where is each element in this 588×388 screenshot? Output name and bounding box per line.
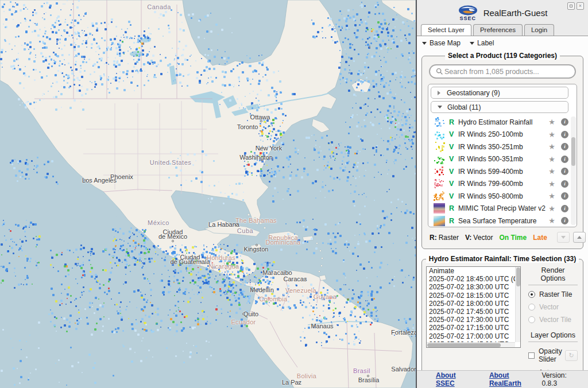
product-row[interactable]: VIR Winds 950-800mb★i <box>430 190 570 203</box>
product-row[interactable]: RHydro Estimator Rainfall★i <box>430 116 570 129</box>
product-thumbnail <box>434 203 445 214</box>
star-icon[interactable]: ★ <box>548 192 555 200</box>
layer-options-title: Layer Options <box>528 331 578 342</box>
product-search <box>429 64 576 79</box>
star-icon[interactable]: ★ <box>548 130 555 139</box>
product-type-letter: V <box>449 130 458 138</box>
map-label: Ottawa <box>250 114 270 121</box>
close-icon[interactable]: × <box>577 2 584 10</box>
city-dot <box>260 120 262 122</box>
time-item[interactable]: 2025-07-02 18:45:00 UTC (Current) <box>427 275 520 283</box>
scrollbar-thumb[interactable] <box>427 343 501 347</box>
late-key: Late <box>533 234 547 242</box>
checkbox-opacity-slider[interactable] <box>528 352 535 359</box>
radio-raster-tile[interactable] <box>528 291 535 298</box>
info-icon[interactable]: i <box>561 217 568 224</box>
info-icon[interactable]: i <box>561 143 568 150</box>
star-icon[interactable]: ★ <box>548 118 555 126</box>
product-legend-row: R:Raster V:Vector On Time Late ↻ <box>427 227 578 246</box>
label-label: Label <box>477 39 494 47</box>
city-dot <box>252 289 254 291</box>
info-icon[interactable]: i <box>561 156 568 163</box>
star-icon[interactable]: ★ <box>548 142 555 151</box>
base-map-dropdown[interactable]: Base Map <box>422 39 461 47</box>
product-name: IR Winds 250-100mb <box>458 130 546 138</box>
map-label: Cuba <box>237 227 253 234</box>
category-row-0[interactable]: Geostationary (9) <box>431 87 568 99</box>
info-icon[interactable]: i <box>561 192 568 200</box>
base-map-label: Base Map <box>430 39 461 47</box>
product-row[interactable]: VIR Winds 799-600mb★i <box>430 178 570 191</box>
info-icon[interactable]: i <box>561 180 568 188</box>
product-type-letter: R <box>449 118 458 126</box>
time-item[interactable]: 2025-07-02 17:30:00 UTC <box>427 316 520 324</box>
scrollbar-thumb[interactable] <box>571 137 575 166</box>
time-hscrollbar[interactable] <box>427 342 515 347</box>
time-item[interactable]: 2025-07-02 17:45:00 UTC <box>427 308 520 316</box>
radio-vector <box>528 304 535 311</box>
popout-icon[interactable] <box>567 2 575 10</box>
info-icon[interactable]: i <box>561 118 568 126</box>
map-label: Dominicana <box>265 239 300 246</box>
product-row[interactable]: RSea Surface Temperature★i <box>430 215 570 227</box>
about-realearth-link[interactable]: About RealEarth <box>489 371 542 387</box>
map-canvas[interactable]: CanadaOttawaTorontoNew YorkWashingtonUni… <box>0 0 416 388</box>
star-icon[interactable]: ★ <box>548 167 555 176</box>
product-thumbnail <box>434 142 445 152</box>
time-item[interactable]: 2025-07-02 18:00:00 UTC <box>427 300 520 308</box>
product-row[interactable]: VIR Winds 250-100mb★i <box>430 129 570 141</box>
tab-preferences[interactable]: Preferences <box>473 24 523 36</box>
render-options-title: Render Options <box>528 266 578 285</box>
scroll-up-button[interactable] <box>573 232 586 243</box>
product-thumbnail <box>434 166 445 177</box>
opacity-refresh-button: ↻ <box>565 350 578 361</box>
raster-key: R:Raster <box>430 234 459 242</box>
map-label: Fortaleza <box>391 329 416 336</box>
map-label: Colombia <box>260 296 288 302</box>
side-panel: × SSEC RealEarth-Guest Select Layer Pref… <box>416 0 588 388</box>
scrollbar-thumb[interactable] <box>516 267 520 286</box>
map-label: Ecuador <box>231 319 256 325</box>
time-item[interactable]: 2025-07-02 18:30:00 UTC <box>427 283 520 291</box>
time-vscrollbar[interactable] <box>515 267 520 342</box>
star-icon[interactable]: ★ <box>548 155 555 164</box>
product-type-letter: V <box>449 155 458 163</box>
product-row[interactable]: VIR Winds 599-400mb★i <box>430 165 570 178</box>
product-name: Sea Surface Temperature <box>458 217 546 225</box>
city-dot <box>367 375 369 377</box>
time-item[interactable]: Animate <box>427 267 520 275</box>
time-item[interactable]: 2025-07-02 18:15:00 UTC <box>427 292 520 300</box>
info-icon[interactable]: i <box>561 205 568 212</box>
vector-key: V:Vector <box>465 234 493 242</box>
map-label: Phoenix <box>110 173 133 180</box>
about-ssec-link[interactable]: About SSEC <box>436 371 475 387</box>
tab-select-layer[interactable]: Select Layer <box>421 24 471 36</box>
time-item[interactable]: 2025-07-02 17:15:00 UTC <box>427 324 520 332</box>
product-thumbnail <box>434 216 445 226</box>
category-list: Geostationary (9)Global (11) RHydro Esti… <box>428 84 577 227</box>
category-row-1[interactable]: Global (11) <box>431 101 568 113</box>
star-icon[interactable]: ★ <box>548 180 555 188</box>
info-icon[interactable]: i <box>561 131 568 138</box>
tab-login[interactable]: Login <box>524 24 554 36</box>
label-dropdown[interactable]: Label <box>470 39 494 47</box>
time-item[interactable]: 2025-07-02 17:00:00 UTC <box>427 332 520 340</box>
search-input[interactable] <box>443 67 569 76</box>
city-dot <box>242 313 245 315</box>
search-icon <box>436 68 443 75</box>
map-label: The Bahamas <box>235 217 277 224</box>
check-row: Opacity Slider↻ <box>528 347 578 363</box>
product-row[interactable]: VIR Winds 500-351mb★i <box>430 153 570 166</box>
map-labels: CanadaOttawaTorontoNew YorkWashingtonUni… <box>0 0 416 388</box>
product-row[interactable]: RMIMIC Total Precip Water v2★i <box>430 203 570 215</box>
star-icon[interactable]: ★ <box>548 204 555 213</box>
product-type-letter: V <box>449 168 458 176</box>
product-row[interactable]: VIR Winds 350-251mb★i <box>430 141 570 153</box>
info-icon[interactable]: i <box>561 168 568 175</box>
product-scrollbar[interactable] <box>571 117 576 225</box>
map-label: México <box>148 219 169 226</box>
product-fieldset: Select a Product (119 Categories) Geosta… <box>421 56 583 249</box>
star-icon[interactable]: ★ <box>548 216 555 225</box>
category-label: Global (11) <box>447 103 481 111</box>
map-label: New York <box>256 145 282 152</box>
